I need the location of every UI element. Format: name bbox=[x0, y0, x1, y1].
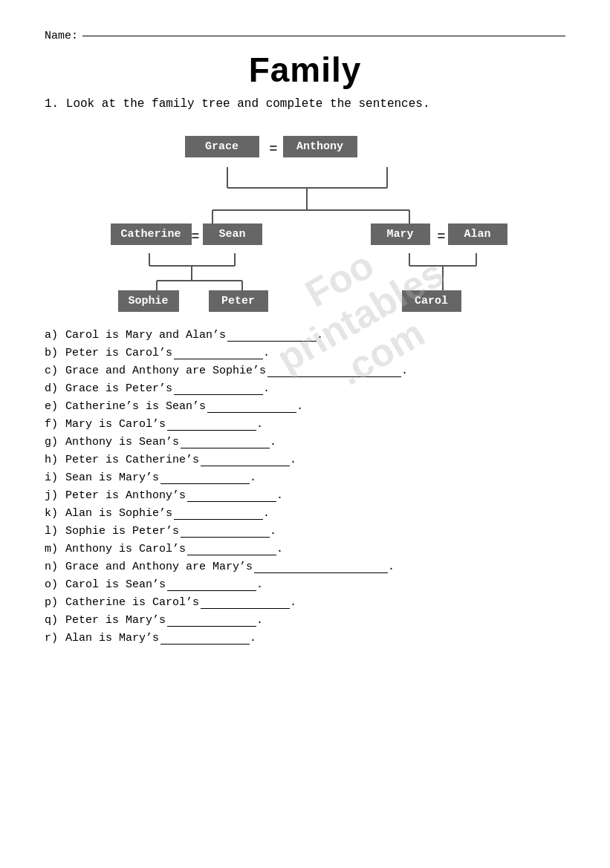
sentence-period: . bbox=[270, 436, 276, 448]
node-sean: Sean bbox=[203, 223, 262, 245]
sentence-item: o) Carol is Sean’s . bbox=[45, 578, 565, 591]
sentence-label: m) bbox=[45, 543, 65, 555]
sentence-text: Catherine’s is Sean’s bbox=[65, 400, 206, 413]
equals-mary-alan: = bbox=[438, 229, 446, 244]
answer-blank[interactable] bbox=[187, 544, 276, 555]
answer-blank[interactable] bbox=[267, 365, 401, 377]
sentence-period: . bbox=[290, 596, 296, 609]
sentence-period: . bbox=[256, 418, 263, 431]
sentence-text: Grace and Anthony are Sophie’s bbox=[65, 365, 266, 377]
name-underline[interactable] bbox=[82, 36, 565, 36]
sentence-period: . bbox=[276, 489, 283, 502]
sentence-label: c) bbox=[45, 365, 65, 377]
sentence-text: Carol is Sean’s bbox=[65, 578, 166, 591]
sentence-item: n) Grace and Anthony are Mary’s . bbox=[45, 561, 565, 573]
node-carol: Carol bbox=[402, 290, 461, 312]
sentence-period: . bbox=[317, 329, 323, 342]
page-title: Family bbox=[45, 50, 565, 90]
answer-blank[interactable] bbox=[181, 526, 270, 538]
sentence-item: q) Peter is Mary’s . bbox=[45, 614, 565, 627]
node-mary: Mary bbox=[371, 223, 430, 245]
sentence-label: i) bbox=[45, 471, 65, 484]
sentence-label: g) bbox=[45, 436, 65, 448]
sentence-item: g) Anthony is Sean’s . bbox=[45, 436, 565, 448]
sentence-label: b) bbox=[45, 347, 65, 359]
sentence-period: . bbox=[250, 632, 256, 645]
sentence-period: . bbox=[256, 614, 263, 627]
answer-blank[interactable] bbox=[174, 383, 263, 395]
sentence-text: Mary is Carol’s bbox=[65, 418, 166, 431]
sentence-text: Alan is Sophie’s bbox=[65, 507, 172, 520]
name-field-row: Name: bbox=[45, 30, 565, 42]
sentence-period: . bbox=[388, 561, 395, 573]
answer-blank[interactable] bbox=[160, 472, 250, 484]
answer-blank[interactable] bbox=[201, 597, 290, 609]
sentence-text: Sophie is Peter’s bbox=[65, 525, 179, 538]
equals-grace-anthony: = bbox=[270, 142, 278, 157]
sentence-text: Catherine is Carol’s bbox=[65, 596, 199, 609]
sentence-label: h) bbox=[45, 454, 65, 466]
sentence-label: r) bbox=[45, 632, 65, 645]
sentence-label: p) bbox=[45, 596, 65, 609]
sentence-label: j) bbox=[45, 489, 65, 502]
sentence-period: . bbox=[401, 365, 408, 377]
sentence-item: f) Mary is Carol’s . bbox=[45, 418, 565, 431]
answer-blank[interactable] bbox=[254, 561, 388, 573]
instruction-text: 1. Look at the family tree and complete … bbox=[45, 97, 565, 111]
sentences-section: a) Carol is Mary and Alan’s .b) Peter is… bbox=[45, 329, 565, 645]
equals-cath-sean: = bbox=[192, 229, 200, 244]
sentence-period: . bbox=[250, 471, 256, 484]
sentence-label: l) bbox=[45, 525, 65, 538]
node-anthony: Anthony bbox=[283, 136, 357, 157]
sentence-period: . bbox=[263, 382, 270, 395]
sentence-label: f) bbox=[45, 418, 65, 431]
sentence-item: r) Alan is Mary’s . bbox=[45, 632, 565, 645]
answer-blank[interactable] bbox=[167, 419, 256, 431]
answer-blank[interactable] bbox=[174, 508, 263, 520]
answer-blank[interactable] bbox=[167, 615, 256, 627]
sentence-period: . bbox=[256, 578, 263, 591]
sentence-text: Grace is Peter’s bbox=[65, 382, 172, 395]
sentence-text: Alan is Mary’s bbox=[65, 632, 159, 645]
name-label: Name: bbox=[45, 30, 78, 42]
sentence-period: . bbox=[270, 525, 276, 538]
sentence-item: c) Grace and Anthony are Sophie’s . bbox=[45, 365, 565, 377]
sentence-period: . bbox=[290, 454, 296, 466]
sentence-item: d) Grace is Peter’s . bbox=[45, 382, 565, 395]
sentence-item: p) Catherine is Carol’s . bbox=[45, 596, 565, 609]
sentence-item: l) Sophie is Peter’s . bbox=[45, 525, 565, 538]
sentence-item: m) Anthony is Carol’s . bbox=[45, 543, 565, 555]
sentence-item: i) Sean is Mary’s . bbox=[45, 471, 565, 484]
answer-blank[interactable] bbox=[181, 437, 270, 448]
sentence-period: . bbox=[276, 543, 283, 555]
sentence-text: Peter is Anthony’s bbox=[65, 489, 186, 502]
answer-blank[interactable] bbox=[201, 454, 290, 466]
sentence-text: Carol is Mary and Alan’s bbox=[65, 329, 226, 342]
sentence-text: Anthony is Sean’s bbox=[65, 436, 179, 448]
answer-blank[interactable] bbox=[187, 490, 276, 502]
sentence-text: Peter is Carol’s bbox=[65, 347, 172, 359]
sentence-label: q) bbox=[45, 614, 65, 627]
answer-blank[interactable] bbox=[207, 401, 296, 413]
sentence-period: . bbox=[263, 507, 270, 520]
sentence-item: b) Peter is Carol’s . bbox=[45, 347, 565, 359]
sentence-period: . bbox=[263, 347, 270, 359]
answer-blank[interactable] bbox=[167, 579, 256, 591]
sentence-label: n) bbox=[45, 561, 65, 573]
node-peter: Peter bbox=[209, 290, 268, 312]
sentence-text: Anthony is Carol’s bbox=[65, 543, 186, 555]
sentence-item: a) Carol is Mary and Alan’s . bbox=[45, 329, 565, 342]
sentence-item: k) Alan is Sophie’s . bbox=[45, 507, 565, 520]
answer-blank[interactable] bbox=[160, 633, 250, 645]
sentence-text: Peter is Catherine’s bbox=[65, 454, 199, 466]
sentence-item: e) Catherine’s is Sean’s . bbox=[45, 400, 565, 413]
sentence-item: j) Peter is Anthony’s . bbox=[45, 489, 565, 502]
node-sophie: Sophie bbox=[118, 290, 179, 312]
node-catherine: Catherine bbox=[111, 223, 192, 245]
sentence-text: Peter is Mary’s bbox=[65, 614, 166, 627]
answer-blank[interactable] bbox=[174, 347, 263, 359]
node-alan: Alan bbox=[448, 223, 507, 245]
sentence-label: e) bbox=[45, 400, 65, 413]
family-tree: Grace = Anthony Catherine = Sean Mary = … bbox=[97, 128, 513, 307]
answer-blank[interactable] bbox=[227, 330, 317, 342]
